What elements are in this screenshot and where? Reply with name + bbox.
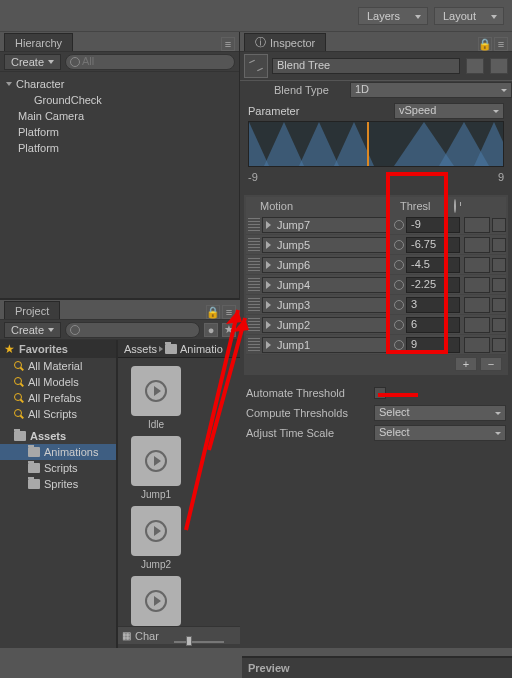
project-create-button[interactable]: Create (4, 322, 61, 338)
drag-handle-icon[interactable] (248, 238, 260, 252)
mirror-checkbox[interactable] (492, 278, 506, 292)
help-icon[interactable] (466, 58, 484, 74)
blend-position-indicator[interactable] (367, 122, 369, 167)
asset-jump1[interactable]: Jump1 (126, 436, 186, 500)
motion-clip-field[interactable]: Jump5 (262, 237, 390, 253)
asset-extra[interactable] (126, 576, 186, 626)
mirror-checkbox[interactable] (492, 258, 506, 272)
asset-jump2[interactable]: Jump2 (126, 506, 186, 570)
remove-motion-button[interactable]: − (480, 357, 502, 371)
hierarchy-panel-menu-icon[interactable]: ≡ (221, 37, 235, 51)
gear-icon[interactable] (490, 58, 508, 74)
compute-thresholds-select[interactable]: Select (374, 405, 506, 421)
speed-input[interactable] (464, 217, 490, 233)
asset-idle[interactable]: Idle (126, 366, 186, 430)
drag-handle-icon[interactable] (248, 298, 260, 312)
assets-folder[interactable]: Assets (0, 428, 116, 444)
mirror-checkbox[interactable] (492, 318, 506, 332)
folder-sprites[interactable]: Sprites (0, 476, 116, 492)
thumbnail-size-slider[interactable] (174, 641, 224, 643)
project-tab[interactable]: Project (4, 301, 60, 319)
threshold-input[interactable]: 6 (406, 317, 460, 333)
save-search-icon[interactable]: ★ (222, 323, 236, 337)
threshold-input[interactable]: 9 (406, 337, 460, 353)
favorite-all-models[interactable]: All Models (0, 374, 116, 390)
motion-clip-field[interactable]: Jump2 (262, 317, 390, 333)
drag-handle-icon[interactable] (248, 258, 260, 272)
motion-clip-field[interactable]: Jump3 (262, 297, 390, 313)
parameter-select[interactable]: vSpeed (394, 103, 504, 119)
drag-handle-icon[interactable] (248, 278, 260, 292)
drag-handle-icon[interactable] (248, 318, 260, 332)
motion-clip-field[interactable]: Jump7 (262, 217, 390, 233)
favorite-all-scripts[interactable]: All Scripts (0, 406, 116, 422)
object-picker-icon[interactable] (392, 317, 406, 333)
filter-icon[interactable]: ● (204, 323, 218, 337)
hierarchy-item-platform-1[interactable]: Platform (0, 124, 239, 140)
play-icon (265, 300, 275, 310)
project-search-input[interactable] (65, 322, 200, 338)
project-panel-menu-icon[interactable]: ≡ (222, 305, 236, 319)
lock-icon[interactable]: 🔒 (206, 305, 220, 319)
inspector-lock-icon[interactable]: 🔒 (478, 37, 492, 51)
motion-row: Jump7-9 (246, 215, 506, 235)
play-icon (265, 320, 275, 330)
inspector-panel-menu-icon[interactable]: ≡ (494, 37, 508, 51)
motion-clip-field[interactable]: Jump1 (262, 337, 390, 353)
play-icon (265, 340, 275, 350)
object-picker-icon[interactable] (392, 297, 406, 313)
speed-column-header (454, 200, 484, 212)
mirror-checkbox[interactable] (492, 238, 506, 252)
breadcrumb-animations[interactable]: Animatio (165, 343, 223, 355)
hierarchy-item-platform-2[interactable]: Platform (0, 140, 239, 156)
threshold-input[interactable]: -4.5 (406, 257, 460, 273)
threshold-input[interactable]: -2.25 (406, 277, 460, 293)
adjust-time-scale-select[interactable]: Select (374, 425, 506, 441)
speed-input[interactable] (464, 337, 490, 353)
blend-type-select[interactable]: 1D (350, 82, 512, 98)
animation-thumb-icon (131, 366, 181, 416)
object-picker-icon[interactable] (392, 277, 406, 293)
blend-graph[interactable] (248, 121, 504, 167)
layout-dropdown[interactable]: Layout (434, 7, 504, 25)
speed-input[interactable] (464, 277, 490, 293)
selected-asset-label: Char (135, 630, 159, 642)
drag-handle-icon[interactable] (248, 338, 260, 352)
mirror-checkbox[interactable] (492, 338, 506, 352)
hierarchy-create-button[interactable]: Create (4, 54, 61, 70)
favorite-all-prefabs[interactable]: All Prefabs (0, 390, 116, 406)
speed-input[interactable] (464, 317, 490, 333)
folder-animations[interactable]: Animations (0, 444, 116, 460)
hierarchy-item-main-camera[interactable]: Main Camera (0, 108, 239, 124)
motion-row: Jump19 (246, 335, 506, 355)
favorite-all-materials[interactable]: All Material (0, 358, 116, 374)
favorites-header[interactable]: ★Favorites (0, 340, 116, 358)
object-picker-icon[interactable] (392, 257, 406, 273)
hierarchy-item-groundcheck[interactable]: GroundCheck (0, 92, 239, 108)
preview-panel-header[interactable]: Preview (242, 656, 512, 678)
mirror-checkbox[interactable] (492, 218, 506, 232)
object-picker-icon[interactable] (392, 337, 406, 353)
object-picker-icon[interactable] (392, 237, 406, 253)
hierarchy-item-character[interactable]: Character (0, 76, 239, 92)
folder-scripts[interactable]: Scripts (0, 460, 116, 476)
speed-input[interactable] (464, 297, 490, 313)
threshold-input[interactable]: -9 (406, 217, 460, 233)
motion-clip-field[interactable]: Jump6 (262, 257, 390, 273)
threshold-input[interactable]: 3 (406, 297, 460, 313)
blend-tree-name-input[interactable]: Blend Tree (272, 58, 460, 74)
drag-handle-icon[interactable] (248, 218, 260, 232)
hierarchy-search-input[interactable]: All (65, 54, 235, 70)
speed-input[interactable] (464, 257, 490, 273)
motion-clip-field[interactable]: Jump4 (262, 277, 390, 293)
threshold-input[interactable]: -6.75 (406, 237, 460, 253)
layers-dropdown[interactable]: Layers (358, 7, 428, 25)
hierarchy-tab[interactable]: Hierarchy (4, 33, 73, 51)
mirror-checkbox[interactable] (492, 298, 506, 312)
inspector-tab[interactable]: ⓘInspector (244, 33, 326, 51)
speed-input[interactable] (464, 237, 490, 253)
add-motion-button[interactable]: + (455, 357, 477, 371)
object-picker-icon[interactable] (392, 217, 406, 233)
slider-knob[interactable] (186, 636, 192, 646)
breadcrumb-assets[interactable]: Assets (124, 343, 157, 355)
